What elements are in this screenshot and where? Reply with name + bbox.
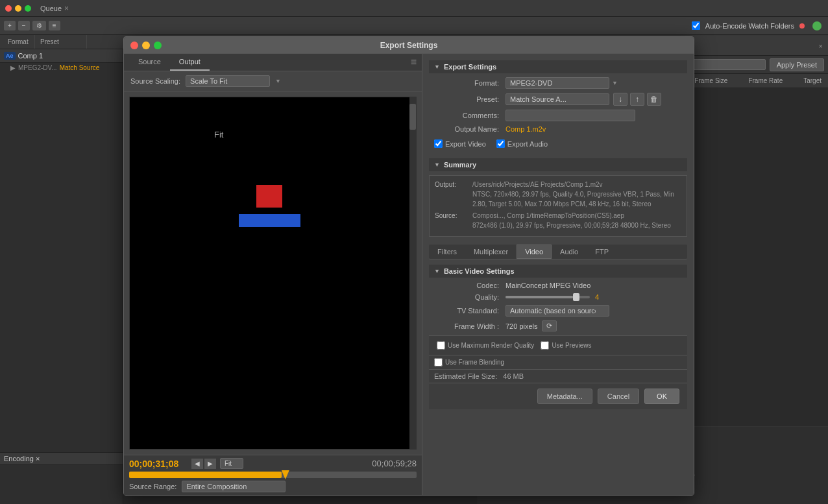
tab-menu-icon[interactable]: ≡ — [411, 56, 417, 68]
apply-preset-button[interactable]: Apply Preset — [770, 58, 824, 71]
remove-btn[interactable]: − — [18, 21, 30, 30]
subtab-audio[interactable]: Audio — [552, 245, 587, 259]
metadata-button[interactable]: Metadata... — [537, 389, 592, 404]
tv-standard-select[interactable]: Automatic (based on source) — [505, 305, 609, 317]
settings-btn[interactable]: ⚙ — [32, 21, 46, 30]
transport-prev[interactable]: ◀ — [191, 459, 203, 469]
ok-button[interactable]: OK — [644, 389, 679, 404]
comments-label: Comments: — [434, 112, 499, 119]
format-select[interactable]: MPEG2-DVD — [505, 77, 609, 89]
frame-width-label: Frame Width : — [434, 322, 499, 330]
max-render-row[interactable]: Use Maximum Render Quality — [437, 341, 534, 350]
summary-content: Output: /Users/rick/Projects/AE Projects… — [429, 175, 687, 237]
queue-item[interactable]: Ae Comp 1 — [0, 49, 123, 63]
export-audio-checkbox-row[interactable]: Export Audio — [496, 139, 548, 148]
timeline-controls: 00;00;31;08 ◀ ▶ Fit 00;00;59;28 — [129, 458, 417, 469]
output-name-link[interactable]: Comp 1.m2v — [505, 125, 546, 133]
dialog-close-btn[interactable] — [130, 42, 138, 49]
subtab-filters[interactable]: Filters — [429, 245, 465, 259]
preset-delete-btn[interactable]: 🗑 — [647, 93, 661, 106]
auto-encode-checkbox[interactable] — [692, 21, 700, 30]
preset-select[interactable]: Match Source A... — [505, 93, 609, 105]
timeline-fill — [129, 472, 282, 478]
play-btn[interactable] — [812, 21, 822, 30]
summary-arrow: ▼ — [434, 162, 440, 168]
minimize-btn[interactable] — [15, 5, 21, 12]
summary-source-key: Source: — [435, 211, 467, 230]
encode-status-dot — [799, 23, 805, 29]
export-video-checkbox-row[interactable]: Export Video — [434, 139, 486, 148]
video-subtabs: Filters Multiplexer Video Audio FTP — [429, 245, 687, 259]
export-video-checkbox[interactable] — [434, 139, 443, 148]
use-previews-checkbox[interactable] — [541, 341, 549, 350]
codec-value: MainConcept MPEG Video — [505, 282, 591, 289]
export-video-label: Export Video — [445, 140, 486, 148]
queue-item-name: Comp 1 — [18, 52, 43, 60]
window-close-x[interactable]: × — [64, 4, 69, 13]
transport-next[interactable]: ▶ — [204, 459, 216, 469]
use-previews-row[interactable]: Use Previews — [541, 341, 591, 350]
dialog-body: Source Output ≡ Source Scaling: Scale To… — [124, 54, 694, 495]
source-scaling-select[interactable]: Scale To Fit — [186, 75, 270, 87]
estimated-size-row: Estimated File Size: 46 MB — [429, 369, 687, 383]
auto-encode-label: Auto-Encode Watch Folders — [705, 22, 794, 30]
queue-sub-item[interactable]: ▶ MPEG2-DV... Match Source — [0, 63, 123, 73]
tab-output[interactable]: Output — [170, 54, 210, 71]
col-format: Format — [3, 35, 35, 49]
maximize-btn[interactable] — [25, 5, 31, 12]
preview-scrollbar[interactable] — [409, 97, 416, 449]
basic-video-settings: ▼ Basic Video Settings Codec: MainConcep… — [429, 265, 687, 331]
dialog-max-btn[interactable] — [154, 42, 162, 49]
window-titlebar: Queue × — [0, 0, 828, 17]
export-audio-checkbox[interactable] — [496, 139, 505, 148]
frame-width-btn[interactable]: ⟳ — [542, 320, 557, 331]
frame-blend-row: Use Frame Blending — [429, 355, 687, 369]
summary-output-row: Output: /Users/rick/Projects/AE Projects… — [435, 180, 681, 209]
tv-standard-row: TV Standard: Automatic (based on source) — [429, 305, 687, 317]
source-range-select[interactable]: Entire Composition — [182, 481, 286, 492]
source-scaling-label: Source Scaling: — [130, 77, 180, 85]
tv-standard-label: TV Standard: — [434, 307, 499, 315]
dialog-action-buttons: Metadata... Cancel OK — [429, 383, 687, 409]
comments-row: Comments: — [429, 110, 687, 121]
format-chevron: ▼ — [612, 80, 618, 86]
encoding-title: Encoding × — [0, 453, 123, 465]
output-name-label: Output Name: — [434, 125, 499, 133]
timecode-current[interactable]: 00;00;31;08 — [129, 459, 188, 469]
bvs-header[interactable]: ▼ Basic Video Settings — [429, 265, 687, 278]
preset-load-btn[interactable]: ↑ — [630, 93, 644, 106]
cancel-button[interactable]: Cancel — [598, 389, 639, 404]
subtab-ftp[interactable]: FTP — [587, 245, 617, 259]
export-settings-section: ▼ Export Settings Format: MPEG2-DVD ▼ Pr… — [429, 60, 687, 150]
frame-blend-label-row[interactable]: Use Frame Blending — [434, 358, 682, 366]
comments-input[interactable] — [505, 110, 635, 121]
quality-slider[interactable] — [505, 296, 590, 298]
tab-source[interactable]: Source — [129, 54, 170, 71]
frame-width-row: Frame Width : 720 pixels ⟳ — [429, 320, 687, 331]
estimated-size-value: 46 MB — [503, 372, 524, 380]
preset-save-btn[interactable]: ↓ — [613, 93, 627, 106]
max-render-checkbox[interactable] — [437, 341, 445, 350]
source-range-label: Source Range: — [129, 483, 177, 490]
subtab-multiplexer[interactable]: Multiplexer — [465, 245, 517, 259]
timeline-marker — [282, 470, 289, 479]
quality-slider-fill — [505, 296, 573, 298]
add-btn[interactable]: + — [4, 21, 16, 30]
menu-btn[interactable]: ≡ — [49, 21, 60, 30]
summary-header[interactable]: ▼ Summary — [429, 158, 687, 171]
timeline-bar[interactable] — [129, 472, 417, 478]
dialog-min-btn[interactable] — [142, 42, 150, 49]
format-row: Format: MPEG2-DVD ▼ — [429, 77, 687, 89]
output-name-row: Output Name: Comp 1.m2v — [429, 125, 687, 133]
codec-label: Codec: — [434, 282, 499, 289]
preview-blue-rect — [239, 214, 300, 227]
close-btn[interactable] — [5, 5, 12, 12]
fit-dropdown[interactable]: Fit — [220, 458, 243, 469]
export-settings-header[interactable]: ▼ Export Settings — [429, 60, 687, 73]
preset-close-btn[interactable]: × — [819, 42, 823, 50]
frame-blend-checkbox[interactable] — [434, 358, 443, 366]
summary-source-row: Source: Composi..., Comp 1/timeRemapToPo… — [435, 211, 681, 230]
preview-number: Fit — [214, 130, 223, 139]
subtab-video[interactable]: Video — [517, 245, 552, 259]
dialog-bottom-bar: Use Maximum Render Quality Use Previews — [429, 335, 687, 355]
